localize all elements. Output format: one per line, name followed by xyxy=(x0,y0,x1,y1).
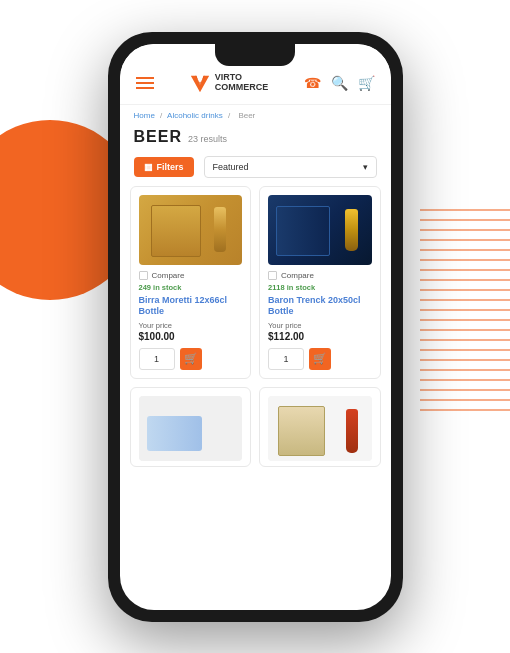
cart-icon[interactable]: 🛒 xyxy=(358,75,375,91)
product-name-2[interactable]: Baron Trenck 20x50cl Bottle xyxy=(268,295,372,318)
product-img-baron-trenck xyxy=(268,195,372,265)
product-card-3[interactable] xyxy=(130,387,252,467)
filter-bar: ▦ Filters Featured ▾ xyxy=(120,152,391,186)
hamburger-line-2 xyxy=(136,82,154,84)
product-image-2 xyxy=(268,195,372,265)
price-label-2: Your price xyxy=(268,321,372,330)
price-value-2: $112.00 xyxy=(268,331,372,342)
product-name-1[interactable]: Birra Moretti 12x66cl Bottle xyxy=(139,295,243,318)
add-to-cart-1: 🛒 xyxy=(139,348,243,370)
stock-badge-1: 249 in stock xyxy=(139,283,243,292)
phone-frame: VIRTO COMMERCE ☎ 🔍 🛒 Home / Alcoholic dr… xyxy=(108,32,403,622)
compare-label-1: Compare xyxy=(152,271,185,280)
background-lines xyxy=(420,200,510,420)
phone-icon[interactable]: ☎ xyxy=(304,75,321,91)
product-card-2[interactable]: Compare 2118 in stock Baron Trenck 20x50… xyxy=(259,186,381,379)
product-card-4[interactable] xyxy=(259,387,381,467)
compare-row-1: Compare xyxy=(139,271,243,280)
hamburger-line-3 xyxy=(136,87,154,89)
results-count: 23 results xyxy=(188,134,227,144)
product-img-3 xyxy=(139,396,243,461)
breadcrumb-current: Beer xyxy=(238,111,255,120)
breadcrumb: Home / Alcoholic drinks / Beer xyxy=(120,105,391,126)
phone-notch xyxy=(215,44,295,66)
product-img-birra-moretti xyxy=(139,195,243,265)
logo-text: VIRTO COMMERCE xyxy=(215,73,269,93)
filter-button[interactable]: ▦ Filters xyxy=(134,157,194,177)
product-card-1[interactable]: Compare 249 in stock Birra Moretti 12x66… xyxy=(130,186,252,379)
compare-row-2: Compare xyxy=(268,271,372,280)
add-to-cart-button-1[interactable]: 🛒 xyxy=(180,348,202,370)
chevron-down-icon: ▾ xyxy=(363,162,368,172)
page-title-bar: BEER 23 results xyxy=(120,126,391,152)
logo-icon xyxy=(189,72,211,94)
header-icons: ☎ 🔍 🛒 xyxy=(304,75,375,91)
search-icon[interactable]: 🔍 xyxy=(331,75,348,91)
compare-checkbox-1[interactable] xyxy=(139,271,148,280)
compare-checkbox-2[interactable] xyxy=(268,271,277,280)
breadcrumb-category[interactable]: Alcoholic drinks xyxy=(167,111,223,120)
phone-screen: VIRTO COMMERCE ☎ 🔍 🛒 Home / Alcoholic dr… xyxy=(120,44,391,610)
page-title: BEER xyxy=(134,128,182,146)
phone-device: VIRTO COMMERCE ☎ 🔍 🛒 Home / Alcoholic dr… xyxy=(108,32,403,622)
sort-dropdown[interactable]: Featured ▾ xyxy=(204,156,377,178)
stock-badge-2: 2118 in stock xyxy=(268,283,372,292)
product-img-4 xyxy=(268,396,372,461)
breadcrumb-sep-1: / xyxy=(160,111,162,120)
products-grid: Compare 249 in stock Birra Moretti 12x66… xyxy=(120,186,391,477)
breadcrumb-sep-2: / xyxy=(228,111,230,120)
product-image-1 xyxy=(139,195,243,265)
sort-selected-value: Featured xyxy=(213,162,249,172)
hamburger-menu[interactable] xyxy=(136,77,154,89)
product-image-3 xyxy=(139,396,243,461)
hamburger-line-1 xyxy=(136,77,154,79)
breadcrumb-home[interactable]: Home xyxy=(134,111,155,120)
product-image-4 xyxy=(268,396,372,461)
add-to-cart-2: 🛒 xyxy=(268,348,372,370)
filter-icon: ▦ xyxy=(144,162,153,172)
qty-input-2[interactable] xyxy=(268,348,304,370)
compare-label-2: Compare xyxy=(281,271,314,280)
qty-input-1[interactable] xyxy=(139,348,175,370)
price-label-1: Your price xyxy=(139,321,243,330)
add-to-cart-button-2[interactable]: 🛒 xyxy=(309,348,331,370)
logo[interactable]: VIRTO COMMERCE xyxy=(189,72,269,94)
price-value-1: $100.00 xyxy=(139,331,243,342)
screen-content: VIRTO COMMERCE ☎ 🔍 🛒 Home / Alcoholic dr… xyxy=(120,44,391,610)
filter-button-label: Filters xyxy=(157,162,184,172)
